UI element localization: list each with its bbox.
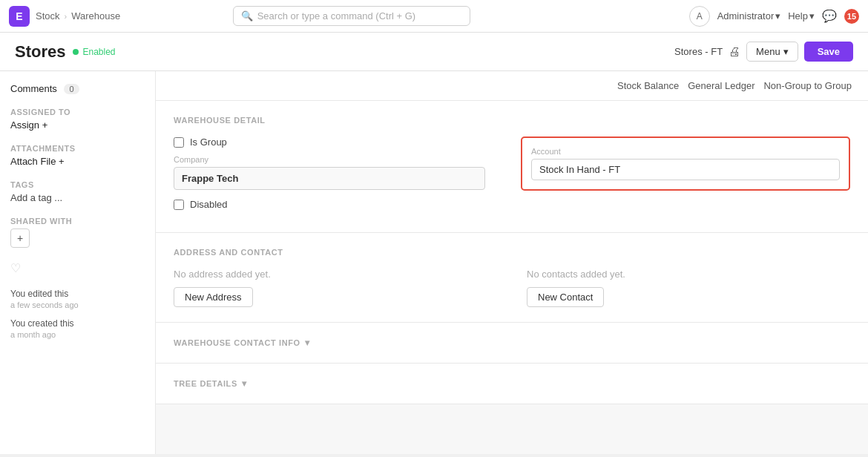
- warehouse-detail-row: Is Group Company Frappe Tech Disabled: [174, 137, 850, 217]
- account-label: Account: [531, 147, 840, 156]
- is-group-checkbox[interactable]: [174, 137, 184, 148]
- comments-label[interactable]: Comments: [10, 83, 57, 94]
- tags-section: TAGS Add a tag ...: [10, 180, 145, 203]
- status-badge: Enabled: [73, 47, 115, 57]
- assigned-to-section: ASSIGNED TO Assign +: [10, 108, 145, 131]
- breadcrumb-warehouse[interactable]: Warehouse: [71, 10, 120, 22]
- content: WAREHOUSE DETAIL Is Group Company Frappe…: [156, 101, 868, 404]
- account-highlight-box: Account: [521, 137, 850, 191]
- page-title: Stores: [15, 42, 65, 62]
- tags-label: TAGS: [10, 180, 145, 189]
- warehouse-contact-info-chevron-icon: ▾: [305, 338, 310, 348]
- sidebar: Comments 0 ASSIGNED TO Assign + ATTACHME…: [0, 71, 156, 454]
- attach-file-action[interactable]: Attach File +: [10, 156, 145, 167]
- search-bar[interactable]: 🔍 Search or type a command (Ctrl + G): [233, 6, 470, 26]
- is-group-label: Is Group: [190, 137, 227, 148]
- activity-2-text: You created this: [10, 317, 145, 330]
- warehouse-contact-info-title: WAREHOUSE CONTACT INFO: [174, 338, 300, 347]
- company-group: Company Frappe Tech: [174, 155, 503, 190]
- like-button[interactable]: ♡: [10, 261, 145, 275]
- account-field[interactable]: [531, 159, 840, 180]
- add-tag-action[interactable]: Add a tag ...: [10, 192, 145, 203]
- action-bar: Stock Balance General Ledger Non-Group t…: [156, 71, 868, 101]
- new-address-button[interactable]: New Address: [174, 287, 253, 307]
- print-button[interactable]: 🖨: [729, 45, 740, 59]
- admin-dropdown[interactable]: Administrator ▾: [717, 10, 781, 22]
- warehouse-detail-section: WAREHOUSE DETAIL Is Group Company Frappe…: [156, 101, 868, 233]
- activity-1-time: a few seconds ago: [10, 300, 145, 309]
- no-address-text: No address added yet.: [174, 269, 497, 280]
- warehouse-detail-title: WAREHOUSE DETAIL: [174, 116, 850, 125]
- tree-details-header[interactable]: TREE DETAILS ▾: [174, 378, 850, 389]
- disabled-checkbox[interactable]: [174, 200, 184, 210]
- help-dropdown[interactable]: Help ▾: [788, 10, 815, 22]
- page-actions: Stores - FT 🖨 Menu ▾ Save: [674, 42, 853, 62]
- shared-with-label: SHARED WITH: [10, 217, 145, 226]
- chat-icon[interactable]: 💬: [822, 9, 837, 23]
- admin-chevron-icon: ▾: [775, 10, 780, 22]
- app-icon[interactable]: E: [9, 6, 30, 27]
- admin-avatar[interactable]: A: [689, 6, 710, 27]
- save-button[interactable]: Save: [804, 42, 853, 62]
- address-contact-section: ADDRESS AND CONTACT No address added yet…: [156, 233, 868, 323]
- non-group-to-group-button[interactable]: Non-Group to Group: [762, 77, 853, 94]
- status-dot: [73, 49, 79, 55]
- is-group-row: Is Group: [174, 137, 503, 148]
- activity-1-text: You edited this: [10, 287, 145, 300]
- addr-section: No address added yet. New Address No con…: [174, 269, 850, 307]
- page-header: Stores Enabled Stores - FT 🖨 Menu ▾ Save: [0, 33, 868, 71]
- layout: Comments 0 ASSIGNED TO Assign + ATTACHME…: [0, 71, 868, 454]
- status-text: Enabled: [82, 47, 115, 57]
- stores-ft-link[interactable]: Stores - FT: [674, 46, 723, 57]
- contact-col: No contacts added yet. New Contact: [527, 269, 850, 307]
- shared-with-section: SHARED WITH +: [10, 217, 145, 248]
- menu-chevron-icon: ▾: [783, 46, 789, 57]
- add-shared-button[interactable]: +: [10, 228, 30, 248]
- new-contact-button[interactable]: New Contact: [527, 287, 604, 307]
- warehouse-detail-right: Account: [521, 137, 850, 191]
- disabled-label: Disabled: [190, 199, 228, 210]
- disabled-row: Disabled: [174, 199, 503, 210]
- warehouse-detail-left: Is Group Company Frappe Tech Disabled: [174, 137, 503, 217]
- assign-action[interactable]: Assign +: [10, 119, 145, 131]
- assigned-to-label: ASSIGNED TO: [10, 108, 145, 116]
- general-ledger-button[interactable]: General Ledger: [686, 77, 756, 94]
- top-nav: E Stock › Warehouse 🔍 Search or type a c…: [0, 0, 868, 33]
- address-col: No address added yet. New Address: [174, 269, 497, 307]
- breadcrumb-stock[interactable]: Stock: [36, 10, 60, 22]
- breadcrumb: Stock › Warehouse: [36, 10, 120, 22]
- warehouse-contact-info-header[interactable]: WAREHOUSE CONTACT INFO ▾: [174, 338, 850, 348]
- nav-right: A Administrator ▾ Help ▾ 💬 15: [689, 6, 859, 27]
- search-icon: 🔍: [241, 10, 253, 22]
- tree-details-chevron-icon: ▾: [242, 378, 247, 389]
- comments-count: 0: [64, 84, 79, 94]
- address-contact-title: ADDRESS AND CONTACT: [174, 248, 850, 257]
- search-placeholder: Search or type a command (Ctrl + G): [257, 10, 416, 22]
- stock-balance-button[interactable]: Stock Balance: [616, 77, 680, 94]
- tree-details-title: TREE DETAILS: [174, 379, 237, 388]
- company-label: Company: [174, 155, 503, 164]
- attachments-label: ATTACHMENTS: [10, 144, 145, 153]
- notification-badge[interactable]: 15: [844, 9, 859, 24]
- menu-button[interactable]: Menu ▾: [746, 42, 798, 62]
- no-contacts-text: No contacts added yet.: [527, 269, 850, 280]
- company-field[interactable]: Frappe Tech: [174, 167, 485, 190]
- help-chevron-icon: ▾: [809, 10, 815, 22]
- warehouse-contact-info-section: WAREHOUSE CONTACT INFO ▾: [156, 323, 868, 364]
- attachments-section: ATTACHMENTS Attach File +: [10, 144, 145, 167]
- main-content: Stock Balance General Ledger Non-Group t…: [156, 71, 868, 454]
- tree-details-section: TREE DETAILS ▾: [156, 364, 868, 404]
- activity-2-time: a month ago: [10, 330, 145, 339]
- activity-section: You edited this a few seconds ago You cr…: [10, 287, 145, 339]
- comments-section: Comments 0: [10, 83, 145, 94]
- breadcrumb-chevron-1: ›: [65, 12, 68, 21]
